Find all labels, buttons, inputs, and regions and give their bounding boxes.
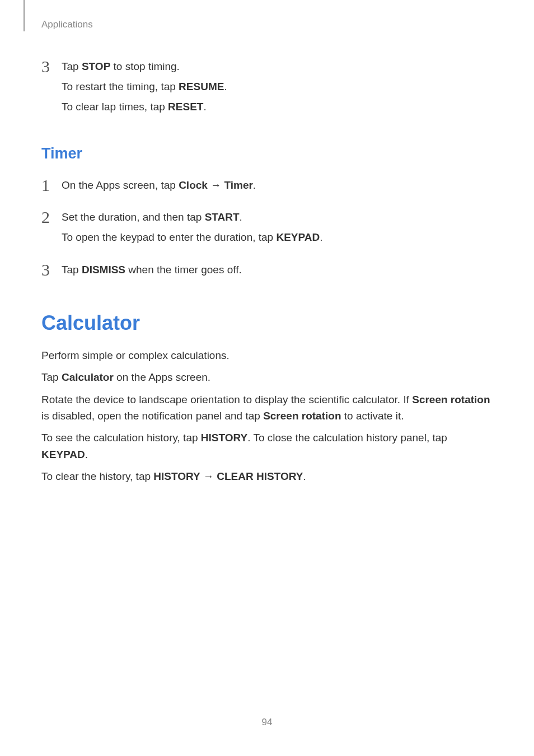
text: when the timer goes off. [125, 264, 242, 276]
step-body: Tap DISMISS when the timer goes off. [62, 260, 242, 280]
text: . [240, 211, 242, 223]
text: . [320, 231, 322, 243]
bold-text: DISMISS [82, 264, 125, 276]
step-number: 1 [41, 177, 51, 194]
text: to activate it. [341, 410, 404, 422]
timer-heading: Timer [41, 145, 493, 162]
step-number: 2 [41, 209, 51, 226]
text: . [85, 449, 88, 460]
text: To clear lap times, tap [62, 101, 168, 113]
text: Tap [62, 264, 82, 276]
text: To clear the history, tap [41, 470, 153, 482]
calculator-tap-instruction: Tap Calculator on the Apps screen. [41, 369, 493, 385]
calculator-rotation-instruction: Rotate the device to landscape orientati… [41, 391, 493, 424]
step-body: Tap STOP to stop timing. To restart the … [62, 57, 227, 117]
timer-step-2: 2 Set the duration, and then tap START. … [41, 207, 493, 248]
text: . [253, 179, 256, 191]
bold-text: RESUME [179, 81, 224, 92]
text: . [303, 470, 306, 482]
text: on the Apps screen. [114, 371, 210, 383]
step-number: 3 [41, 58, 51, 75]
bold-text: KEYPAD [276, 231, 320, 243]
header-divider [24, 0, 25, 31]
text: Rotate the device to landscape orientati… [41, 394, 412, 405]
header-section-label: Applications [41, 19, 93, 30]
bold-text: CLEAR HISTORY [217, 470, 303, 482]
step-body: Set the duration, and then tap START. To… [62, 207, 323, 248]
text: . [203, 101, 206, 113]
arrow-icon: → [208, 179, 224, 191]
bold-text: Calculator [62, 371, 114, 383]
stopwatch-step-3: 3 Tap STOP to stop timing. To restart th… [41, 56, 493, 117]
text: To restart the timing, tap [62, 81, 179, 92]
arrow-icon: → [200, 470, 217, 482]
text: is disabled, open the notification panel… [41, 410, 263, 422]
text: Tap [62, 60, 82, 72]
step-body: On the Apps screen, tap Clock → Timer. [62, 175, 256, 195]
text: Set the duration, and then tap [62, 211, 205, 223]
calculator-history-instruction: To see the calculation history, tap HIST… [41, 430, 493, 463]
text: To open the keypad to enter the duration… [62, 231, 276, 243]
bold-text: RESET [168, 101, 203, 113]
page-number: 94 [0, 717, 534, 728]
bold-text: Timer [224, 179, 252, 191]
bold-text: KEYPAD [41, 449, 85, 460]
calculator-heading: Calculator [41, 311, 493, 335]
bold-text: Clock [179, 179, 208, 191]
timer-step-3: 3 Tap DISMISS when the timer goes off. [41, 259, 493, 280]
page-content: 3 Tap STOP to stop timing. To restart th… [41, 56, 493, 491]
bold-text: Screen rotation [263, 410, 341, 422]
text: . [224, 81, 227, 92]
bold-text: HISTORY [201, 432, 247, 444]
text: to stop timing. [110, 60, 180, 72]
calculator-clear-history-instruction: To clear the history, tap HISTORY → CLEA… [41, 468, 493, 484]
timer-step-1: 1 On the Apps screen, tap Clock → Timer. [41, 175, 493, 195]
text: . To close the calculation history panel… [247, 432, 447, 444]
bold-text: Screen rotation [412, 394, 490, 405]
bold-text: HISTORY [153, 470, 200, 482]
bold-text: START [205, 211, 240, 223]
text: On the Apps screen, tap [62, 179, 179, 191]
bold-text: STOP [82, 60, 110, 72]
step-number: 3 [41, 262, 51, 278]
text: To see the calculation history, tap [41, 432, 201, 444]
text: Tap [41, 371, 62, 383]
calculator-intro: Perform simple or complex calculations. [41, 347, 493, 363]
